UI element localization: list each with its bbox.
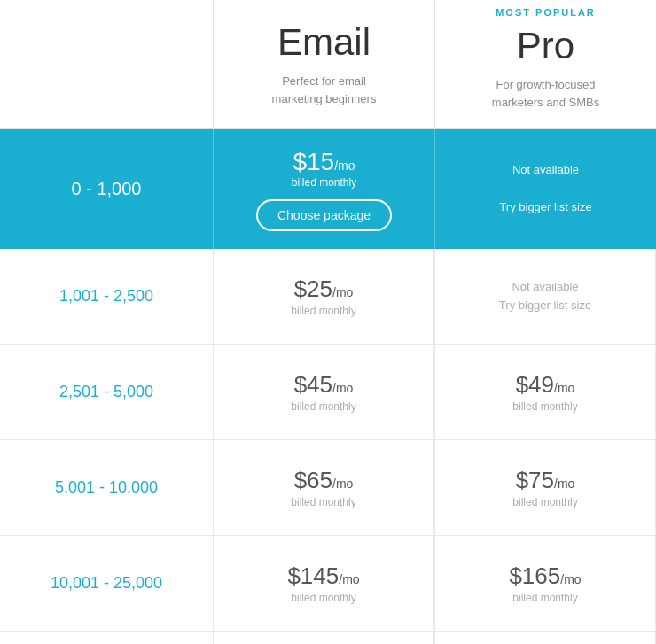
email-price-0-1000: $15/mo billed monthly Choose package [213,129,435,249]
highlight-pricing-row: 0 - 1,000 $15/mo billed monthly Choose p… [0,129,656,249]
pricing-row-1001-2500: 1,001 - 2,500 $25/mo billed monthly Not … [0,249,656,345]
email-plan-name: Email [231,21,417,64]
email-price-1001-2500: $25/mo billed monthly [213,249,434,344]
pricing-row-25001-50000: 25,001 - 50,000 $250/mo billed monthly $… [0,632,656,644]
range-header [0,0,213,128]
range-2501-5000: 2,501 - 5,000 [0,345,213,439]
pro-plan-header: MOST POPULAR Pro For growth-focused mark… [435,0,656,128]
range-1001-2500: 1,001 - 2,500 [0,249,213,344]
most-popular-badge: MOST POPULAR [453,7,638,18]
email-billed-0-1000: billed monthly [292,176,356,189]
pro-plan-name: Pro [453,25,638,67]
pro-price-1001-2500: Not available Try bigger list size [434,249,656,344]
range-0-1000: 0 - 1,000 [0,129,213,249]
pricing-row-10001-25000: 10,001 - 25,000 $145/mo billed monthly $… [0,536,656,632]
header-row: Email Perfect for email marketing beginn… [0,0,656,129]
pro-price-5001-10000: $75/mo billed monthly [434,440,656,535]
pricing-row-5001-10000: 5,001 - 10,000 $65/mo billed monthly $75… [0,440,656,536]
range-25001-50000: 25,001 - 50,000 [0,632,213,644]
email-plan-description: Perfect for email marketing beginners [231,73,417,107]
pro-price-2501-5000: $49/mo billed monthly [434,345,656,439]
choose-package-button[interactable]: Choose package [256,199,392,231]
range-5001-10000: 5,001 - 10,000 [0,440,213,535]
email-price-2501-5000: $45/mo billed monthly [213,345,434,439]
email-price-25001-50000: $250/mo billed monthly [213,632,434,644]
email-plan-header: Email Perfect for email marketing beginn… [213,0,435,128]
email-price-10001-25000: $145/mo billed monthly [213,536,434,631]
pricing-row-2501-5000: 2,501 - 5,000 $45/mo billed monthly $49/… [0,345,656,440]
email-price-5001-10000: $65/mo billed monthly [213,440,434,535]
range-10001-25000: 10,001 - 25,000 [0,536,213,631]
pro-plan-description: For growth-focused marketers and SMBs [453,76,638,111]
pro-price-10001-25000: $165/mo billed monthly [434,536,656,631]
pro-price-25001-50000: $280/mo billed monthly [434,632,656,644]
pro-unavailable-0-1000: Not available Try bigger list size [435,129,656,249]
email-price-amount-0-1000: $15/mo [293,147,355,176]
